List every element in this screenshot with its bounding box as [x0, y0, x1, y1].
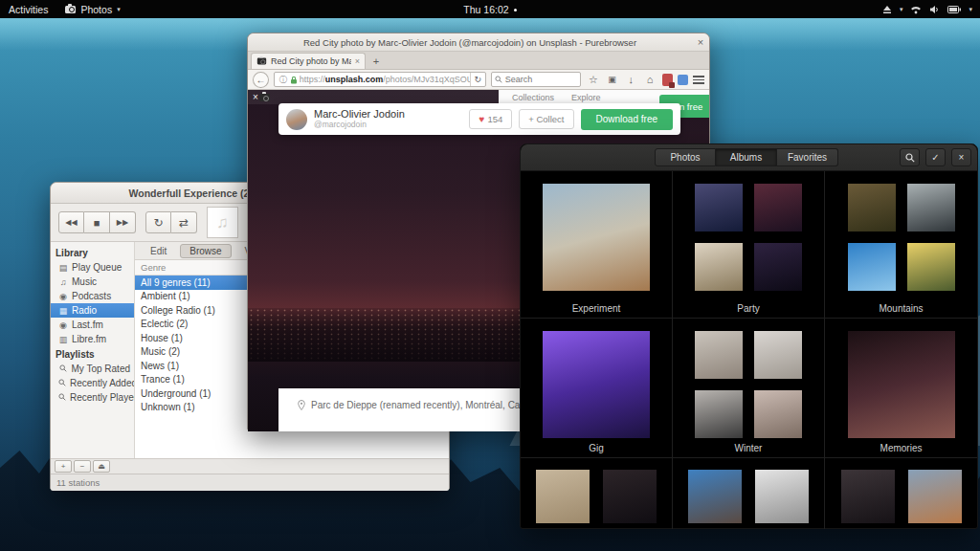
sidebar-item-my-top-rated[interactable]: My Top Rated — [51, 362, 134, 376]
sidebar-item-music[interactable]: ♫Music — [51, 275, 134, 289]
sidebar-item-recently-added[interactable]: Recently Added — [51, 376, 134, 390]
back-button[interactable]: ← — [253, 72, 269, 88]
sidebar-item-podcasts[interactable]: ◉Podcasts — [51, 289, 134, 303]
author-avatar[interactable] — [286, 109, 307, 130]
remove-station-button[interactable]: − — [74, 460, 91, 473]
author-info[interactable]: Marc-Olivier Jodoin @marcojodoin — [314, 108, 405, 129]
search-bar[interactable] — [491, 72, 582, 87]
tab-close-icon[interactable]: × — [355, 56, 360, 66]
repeat-button[interactable]: ↻ — [145, 211, 171, 233]
album-partial[interactable] — [825, 458, 977, 529]
browse-button[interactable]: Browse — [180, 244, 231, 258]
browser-navbar: ← ⓘ https://unsplash.com/photos/MJv31qXq… — [248, 70, 709, 90]
sidebar-item-lastfm[interactable]: ◉Last.fm — [51, 318, 134, 332]
adblock-icon[interactable] — [662, 74, 674, 86]
album-partial[interactable] — [521, 458, 673, 529]
album-name: Party — [673, 303, 824, 314]
select-button[interactable]: ✓ — [925, 148, 946, 166]
app-menu-photos[interactable]: Photos ▾ — [56, 0, 128, 18]
close-icon[interactable]: × — [692, 36, 709, 48]
photos-headerbar[interactable]: Photos Albums Favorites ✓ × — [521, 144, 977, 171]
genre-row[interactable]: Underground (1) — [135, 386, 250, 401]
download-free-button[interactable]: Download free — [581, 109, 673, 130]
genre-row[interactable]: Ambient (1) — [135, 290, 250, 304]
headerbar-actions: ✓ × — [900, 148, 971, 166]
album-gig[interactable]: Gig — [521, 319, 673, 458]
genre-row[interactable]: News (1) — [135, 359, 250, 373]
chevron-down-icon: ▾ — [117, 6, 121, 13]
browser-titlebar[interactable]: Red City photo by Marc-Olivier Jodoin (@… — [248, 33, 709, 52]
sidebar-item-recently-played[interactable]: Recently Played — [51, 390, 134, 405]
sidebar-item-librefm[interactable]: ▥Libre.fm — [51, 332, 134, 346]
album-name: Experiment — [521, 303, 672, 314]
extension-icon[interactable] — [678, 75, 688, 85]
album-winter[interactable]: Winter — [673, 319, 825, 458]
sidebar-item-play-queue[interactable]: ▤Play Queue — [51, 260, 134, 275]
chevron-down-icon: ▾ — [900, 6, 903, 13]
genre-row[interactable]: College Radio (1) — [135, 303, 250, 318]
browser-tab-strip: Red City photo by Mar… × + — [248, 52, 709, 70]
clock-label: Thu 16:02 — [463, 4, 508, 15]
add-station-button[interactable]: + — [55, 460, 72, 473]
library-icon[interactable]: ▣ — [605, 75, 619, 84]
clock-button[interactable]: Thu 16:02 — [463, 4, 516, 15]
page-info-icon[interactable]: ⓘ — [278, 75, 288, 85]
genre-column-header[interactable]: Genre — [135, 260, 250, 276]
genre-row[interactable]: Unknown (1) — [135, 401, 250, 415]
album-thumbnail — [754, 243, 802, 291]
downloads-icon[interactable]: ↓ — [624, 74, 638, 85]
album-thumbnail — [754, 331, 802, 379]
system-status-area[interactable]: ▾ ▾ — [882, 0, 980, 18]
album-party[interactable]: Party — [673, 171, 825, 319]
album-memories[interactable]: Memories — [825, 319, 977, 458]
url-bar[interactable]: ⓘ https://unsplash.com/photos/MJv31qXqSO… — [274, 72, 486, 87]
like-button[interactable]: ♥154 — [469, 109, 512, 129]
sidebar-item-radio[interactable]: ▦Radio — [51, 303, 134, 318]
tab-favicon-camera-icon — [257, 58, 266, 65]
activities-button[interactable]: Activities — [0, 0, 56, 18]
genre-row[interactable]: House (1) — [135, 331, 250, 345]
photo-close-icon[interactable]: × — [253, 92, 258, 102]
shuffle-button[interactable]: ⇄ — [171, 211, 197, 233]
radio-icon: ▦ — [58, 306, 68, 316]
search-input[interactable] — [505, 75, 572, 84]
author-handle: @marcojodoin — [314, 121, 405, 130]
activities-label: Activities — [9, 4, 48, 15]
smart-playlist-icon — [58, 364, 67, 374]
previous-button[interactable]: ◀◀ — [58, 211, 84, 233]
album-mountains[interactable]: Mountains — [825, 171, 977, 319]
next-button[interactable]: ▶▶ — [110, 211, 136, 233]
genre-row[interactable]: Music (2) — [135, 345, 250, 360]
close-button[interactable]: × — [951, 148, 971, 166]
tab-albums[interactable]: Albums — [716, 148, 777, 166]
album-partial[interactable] — [673, 458, 825, 529]
edit-button[interactable]: Edit — [141, 244, 176, 258]
collect-button[interactable]: + Collect — [519, 109, 573, 129]
bookmark-star-icon[interactable]: ☆ — [586, 74, 600, 86]
music-note-icon: ♫ — [216, 213, 229, 232]
nav-link-collections[interactable]: Collections — [512, 93, 554, 102]
photo-author-bar: Marc-Olivier Jodoin @marcojodoin ♥154 + … — [278, 103, 680, 135]
home-icon[interactable]: ⌂ — [643, 74, 657, 85]
album-experiment[interactable]: Experiment — [521, 171, 673, 319]
location-pin-icon — [298, 400, 305, 410]
genre-row[interactable]: Trance (1) — [135, 373, 250, 387]
album-name: Memories — [825, 443, 977, 453]
properties-button[interactable]: ⏏ — [93, 460, 110, 473]
sidebar-item-label: Recently Added — [70, 378, 135, 388]
tab-favorites[interactable]: Favorites — [777, 148, 838, 166]
nav-link-explore[interactable]: Explore — [571, 93, 601, 102]
ssl-lock-icon — [290, 76, 298, 84]
reload-icon[interactable]: ↻ — [470, 73, 485, 86]
browser-tab[interactable]: Red City photo by Mar… × — [251, 53, 366, 69]
search-button[interactable] — [900, 148, 920, 166]
new-tab-button[interactable]: + — [366, 54, 387, 69]
play-queue-icon: ▤ — [58, 263, 68, 273]
stop-button[interactable]: ■ — [84, 211, 110, 233]
genre-row[interactable]: All 9 genres (11) — [135, 276, 250, 290]
url-text: https://unsplash.com/photos/MJv31qXqSOU — [300, 75, 470, 84]
tab-photos[interactable]: Photos — [655, 148, 716, 166]
menu-icon[interactable] — [693, 76, 704, 84]
playback-mode-controls: ↻ ⇄ — [145, 211, 197, 233]
genre-row[interactable]: Eclectic (2) — [135, 318, 250, 332]
